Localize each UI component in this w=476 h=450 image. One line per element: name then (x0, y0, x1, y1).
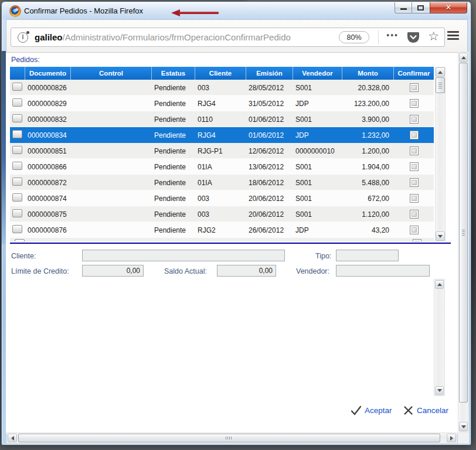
row-selector-button[interactable] (12, 114, 22, 122)
minimize-button[interactable] (395, 2, 412, 13)
window-titlebar[interactable]: Confirmar Pedidos - Mozilla Firefox ✕ (2, 2, 470, 19)
tipo-label: Tipo: (315, 252, 331, 260)
cell-cliente: RJG4 (195, 100, 246, 108)
column-header-emision[interactable]: Emisión (246, 67, 293, 80)
row-selector-button[interactable] (12, 146, 22, 154)
cell-monto: 1.200,00 (342, 147, 394, 155)
page-scrollbar[interactable] (458, 52, 469, 432)
confirmar-checkbox[interactable] (410, 131, 419, 139)
cell-documento: 0000000874 (25, 195, 71, 203)
table-row[interactable]: 0000000876PendienteRJG226/06/2012JDP43,2… (10, 222, 434, 238)
row-selector-button[interactable] (12, 193, 22, 202)
column-header-documento[interactable]: Documento (25, 67, 71, 80)
page-actions-icon[interactable]: ••• (386, 30, 399, 40)
scroll-up-button[interactable] (435, 280, 444, 289)
cell-monto: 20.328,00 (342, 84, 394, 92)
scroll-down-button[interactable] (435, 386, 444, 395)
cancel-button[interactable]: Cancelar (417, 406, 448, 415)
column-header-vendedor[interactable]: Vendedor (293, 67, 342, 80)
table-scrollbar[interactable] (435, 67, 446, 241)
row-selector-button[interactable] (12, 209, 22, 217)
cell-monto: 1.120,00 (342, 210, 394, 219)
row-selector-button[interactable] (12, 178, 22, 186)
limite-credito-label: Límite de Credito: (11, 267, 69, 275)
column-header-estatus[interactable]: Estatus (152, 67, 195, 80)
confirmar-checkbox[interactable] (410, 178, 419, 187)
scroll-up-button[interactable] (459, 53, 468, 62)
maximize-icon (417, 5, 424, 11)
menu-icon[interactable] (447, 31, 459, 41)
maximize-button[interactable] (412, 2, 430, 13)
confirmar-checkbox[interactable] (410, 115, 419, 124)
vendedor-field[interactable] (336, 265, 430, 277)
pedidos-table: DocumentoControlEstatusClienteEmisiónVen… (10, 67, 434, 241)
table-row[interactable]: 0000000829PendienteRJG431/05/2012JDP123.… (10, 96, 434, 111)
cell-documento: 0000000826 (25, 84, 71, 92)
scrollbar-thumb[interactable] (18, 434, 440, 442)
scroll-right-button[interactable] (447, 434, 456, 442)
scroll-up-button[interactable] (436, 67, 445, 77)
confirmar-checkbox[interactable] (410, 210, 419, 219)
row-selector-button[interactable] (12, 162, 22, 170)
url-bar[interactable]: i galileo/Administrativo/Formularios/frm… (11, 28, 445, 47)
cliente-label: Cliente: (11, 252, 36, 260)
cell-estatus: Pendiente (152, 210, 195, 219)
cell-cliente: RJG4 (195, 131, 246, 139)
table-row[interactable]: 0000000826Pendiente00328/05/2012S00120.3… (10, 80, 434, 96)
row-selector-button[interactable] (12, 225, 22, 233)
scrollbar-thumb[interactable] (436, 77, 445, 93)
scrollbar-thumb[interactable] (459, 63, 468, 403)
accept-button[interactable]: Aceptar (365, 406, 392, 415)
cell-monto: 1.904,00 (342, 163, 394, 171)
table-row[interactable]: 0000000834PendienteRJG401/06/2012JDP1.23… (10, 127, 434, 143)
table-row[interactable]: 0000000851PendienteRJG-P112/06/201200000… (10, 143, 434, 159)
cell-emision: 13/06/2012 (246, 163, 293, 171)
cell-estatus: Pendiente (152, 84, 195, 92)
window-border-glass (2, 51, 6, 244)
cell-estatus: Pendiente (152, 226, 195, 234)
saldo-actual-field[interactable]: 0,00 (217, 265, 276, 277)
row-selector-button[interactable] (12, 83, 22, 91)
confirmar-checkbox[interactable] (410, 146, 419, 155)
saldo-actual-label: Saldo Actual: (164, 267, 207, 275)
confirmar-checkbox[interactable] (410, 194, 419, 203)
cell-vendedor: S001 (293, 115, 342, 124)
accept-check-icon (351, 405, 362, 418)
table-row[interactable]: 0000000866Pendiente01IA13/06/2012S0011.9… (10, 159, 434, 175)
row-selector-button[interactable] (15, 239, 25, 241)
tipo-field[interactable] (336, 250, 399, 261)
bookmark-star-icon[interactable]: ☆ (428, 29, 439, 43)
cell-documento: 0000000875 (25, 210, 71, 219)
url-text[interactable]: galileo/Administrativo/Formularios/frmOp… (35, 32, 339, 42)
column-header-confirmar[interactable]: Confirmar (394, 67, 434, 80)
confirmar-checkbox[interactable] (413, 239, 421, 241)
cell-cliente: 01IA (195, 163, 246, 171)
row-selector-button[interactable] (12, 130, 22, 138)
limite-credito-field[interactable]: 0,00 (82, 265, 144, 277)
close-button[interactable]: ✕ (430, 2, 467, 13)
table-row[interactable]: 0000000872Pendiente01IA18/06/2012S0015.4… (10, 175, 434, 190)
confirmar-checkbox[interactable] (410, 83, 419, 92)
confirmar-checkbox[interactable] (410, 99, 419, 108)
zoom-level-badge[interactable]: 80% (339, 31, 369, 43)
table-header-row: DocumentoControlEstatusClienteEmisiónVen… (10, 67, 434, 80)
cell-emision: 20/06/2012 (246, 210, 293, 219)
table-row[interactable]: 0000000874Pendiente00320/06/2012S001672,… (10, 190, 434, 206)
cell-vendedor: JDP (293, 131, 342, 139)
column-header-monto[interactable]: Monto (342, 67, 394, 80)
scroll-left-button[interactable] (8, 434, 17, 442)
horizontal-scrollbar[interactable] (6, 432, 457, 444)
cell-monto: 3.900,00 (342, 115, 394, 124)
confirmar-checkbox[interactable] (410, 162, 419, 171)
table-row[interactable]: 0000000832Pendiente011001/06/2012S0013.9… (10, 111, 434, 127)
table-row[interactable]: 0000000875Pendiente00320/06/2012S0011.12… (10, 206, 434, 222)
confirmar-checkbox[interactable] (410, 226, 419, 234)
panel-scrollbar[interactable] (434, 279, 445, 396)
row-selector-button[interactable] (12, 98, 22, 107)
pocket-icon[interactable] (407, 32, 420, 43)
column-header-cliente[interactable]: Cliente (195, 67, 246, 80)
scroll-down-button[interactable] (436, 231, 445, 241)
scroll-down-button[interactable] (459, 422, 468, 431)
cliente-field[interactable] (82, 250, 285, 261)
column-header-control[interactable]: Control (71, 67, 152, 80)
